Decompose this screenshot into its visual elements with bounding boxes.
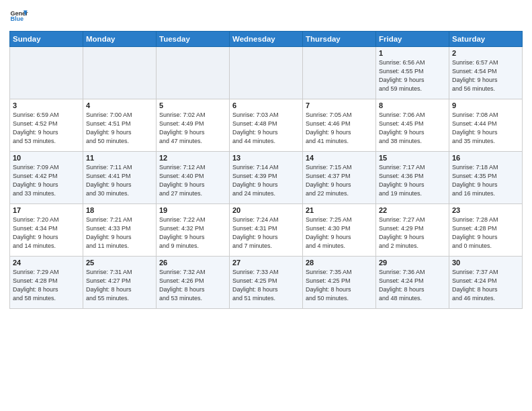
day-info: Sunrise: 6:59 AMSunset: 4:52 PMDaylight:… — [13, 111, 80, 146]
day-number: 2 — [452, 49, 519, 57]
day-info: Sunrise: 7:29 AMSunset: 4:28 PMDaylight:… — [13, 268, 80, 303]
day-info: Sunrise: 7:22 AMSunset: 4:32 PMDaylight:… — [159, 216, 226, 250]
day-info: Sunrise: 7:05 AMSunset: 4:46 PMDaylight:… — [306, 111, 373, 146]
day-number: 23 — [452, 206, 519, 214]
weekday-header-monday: Monday — [83, 32, 157, 47]
day-info: Sunrise: 7:27 AMSunset: 4:29 PMDaylight:… — [379, 216, 446, 250]
day-number: 19 — [159, 206, 226, 214]
day-number: 21 — [306, 206, 373, 214]
calendar-day-cell: 11Sunrise: 7:11 AMSunset: 4:41 PMDayligh… — [83, 152, 157, 204]
day-info: Sunrise: 7:03 AMSunset: 4:48 PMDaylight:… — [232, 111, 300, 146]
day-number: 3 — [13, 101, 80, 109]
day-info: Sunrise: 7:00 AMSunset: 4:51 PMDaylight:… — [86, 111, 153, 146]
calendar-day-cell: 24Sunrise: 7:29 AMSunset: 4:28 PMDayligh… — [10, 257, 83, 309]
day-info: Sunrise: 7:09 AMSunset: 4:42 PMDaylight:… — [13, 163, 80, 198]
day-number: 8 — [379, 101, 446, 109]
calendar-day-cell: 21Sunrise: 7:25 AMSunset: 4:30 PMDayligh… — [303, 204, 376, 257]
day-info: Sunrise: 7:15 AMSunset: 4:37 PMDaylight:… — [306, 163, 373, 198]
calendar-day-cell: 28Sunrise: 7:35 AMSunset: 4:25 PMDayligh… — [303, 257, 376, 309]
weekday-header-friday: Friday — [376, 32, 449, 47]
weekday-header-thursday: Thursday — [303, 32, 376, 47]
day-info: Sunrise: 7:33 AMSunset: 4:25 PMDaylight:… — [232, 268, 300, 303]
calendar-day-cell: 29Sunrise: 7:36 AMSunset: 4:24 PMDayligh… — [376, 257, 449, 309]
day-number: 28 — [306, 259, 373, 267]
day-number: 15 — [379, 154, 446, 162]
day-info: Sunrise: 7:32 AMSunset: 4:26 PMDaylight:… — [159, 268, 226, 303]
calendar-empty-cell — [303, 47, 376, 99]
calendar-day-cell: 7Sunrise: 7:05 AMSunset: 4:46 PMDaylight… — [303, 99, 376, 152]
weekday-header-sunday: Sunday — [10, 32, 83, 47]
calendar-container: General Blue SundayMondayTuesdayWednesda… — [0, 0, 532, 313]
day-number: 16 — [452, 154, 519, 162]
day-info: Sunrise: 7:20 AMSunset: 4:34 PMDaylight:… — [13, 216, 80, 250]
day-info: Sunrise: 7:06 AMSunset: 4:45 PMDaylight:… — [379, 111, 446, 146]
weekday-header-wednesday: Wednesday — [230, 32, 303, 47]
svg-text:Blue: Blue — [10, 15, 24, 22]
day-info: Sunrise: 7:35 AMSunset: 4:25 PMDaylight:… — [306, 268, 373, 303]
calendar-day-cell: 9Sunrise: 7:08 AMSunset: 4:44 PMDaylight… — [449, 99, 523, 152]
day-number: 25 — [86, 259, 153, 267]
day-info: Sunrise: 7:17 AMSunset: 4:36 PMDaylight:… — [379, 163, 446, 198]
calendar-day-cell: 2Sunrise: 6:57 AMSunset: 4:54 PMDaylight… — [449, 47, 523, 99]
day-number: 30 — [452, 259, 519, 267]
calendar-day-cell: 19Sunrise: 7:22 AMSunset: 4:32 PMDayligh… — [157, 204, 230, 257]
calendar-day-cell: 4Sunrise: 7:00 AMSunset: 4:51 PMDaylight… — [83, 99, 157, 152]
weekday-header-saturday: Saturday — [449, 32, 523, 47]
calendar-day-cell: 14Sunrise: 7:15 AMSunset: 4:37 PMDayligh… — [303, 152, 376, 204]
calendar-day-cell: 17Sunrise: 7:20 AMSunset: 4:34 PMDayligh… — [10, 204, 83, 257]
calendar-day-cell: 6Sunrise: 7:03 AMSunset: 4:48 PMDaylight… — [230, 99, 303, 152]
day-number: 6 — [232, 101, 300, 109]
calendar-week-row: 1Sunrise: 6:56 AMSunset: 4:55 PMDaylight… — [10, 47, 523, 99]
day-info: Sunrise: 7:31 AMSunset: 4:27 PMDaylight:… — [86, 268, 153, 303]
weekday-header-tuesday: Tuesday — [157, 32, 230, 47]
day-info: Sunrise: 6:57 AMSunset: 4:54 PMDaylight:… — [452, 58, 519, 93]
day-number: 5 — [159, 101, 226, 109]
day-info: Sunrise: 7:21 AMSunset: 4:33 PMDaylight:… — [86, 216, 153, 250]
calendar-table: SundayMondayTuesdayWednesdayThursdayFrid… — [9, 31, 523, 309]
day-number: 11 — [86, 154, 153, 162]
calendar-day-cell: 13Sunrise: 7:14 AMSunset: 4:39 PMDayligh… — [230, 152, 303, 204]
calendar-day-cell: 12Sunrise: 7:12 AMSunset: 4:40 PMDayligh… — [157, 152, 230, 204]
calendar-day-cell: 25Sunrise: 7:31 AMSunset: 4:27 PMDayligh… — [83, 257, 157, 309]
day-info: Sunrise: 7:08 AMSunset: 4:44 PMDaylight:… — [452, 111, 519, 146]
day-number: 27 — [232, 259, 300, 267]
day-info: Sunrise: 7:37 AMSunset: 4:24 PMDaylight:… — [452, 268, 519, 303]
weekday-header-row: SundayMondayTuesdayWednesdayThursdayFrid… — [10, 32, 523, 47]
day-info: Sunrise: 6:56 AMSunset: 4:55 PMDaylight:… — [379, 58, 446, 93]
calendar-day-cell: 23Sunrise: 7:28 AMSunset: 4:28 PMDayligh… — [449, 204, 523, 257]
calendar-empty-cell — [157, 47, 230, 99]
calendar-day-cell: 27Sunrise: 7:33 AMSunset: 4:25 PMDayligh… — [230, 257, 303, 309]
logo-icon: General Blue — [9, 7, 28, 26]
calendar-day-cell: 8Sunrise: 7:06 AMSunset: 4:45 PMDaylight… — [376, 99, 449, 152]
calendar-day-cell: 1Sunrise: 6:56 AMSunset: 4:55 PMDaylight… — [376, 47, 449, 99]
day-number: 24 — [13, 259, 80, 267]
day-number: 18 — [86, 206, 153, 214]
day-number: 9 — [452, 101, 519, 109]
day-info: Sunrise: 7:25 AMSunset: 4:30 PMDaylight:… — [306, 216, 373, 250]
day-info: Sunrise: 7:12 AMSunset: 4:40 PMDaylight:… — [159, 163, 226, 198]
day-info: Sunrise: 7:11 AMSunset: 4:41 PMDaylight:… — [86, 163, 153, 198]
day-number: 13 — [232, 154, 300, 162]
day-number: 10 — [13, 154, 80, 162]
calendar-header: General Blue — [9, 7, 523, 26]
day-info: Sunrise: 7:18 AMSunset: 4:35 PMDaylight:… — [452, 163, 519, 198]
calendar-empty-cell — [10, 47, 83, 99]
day-info: Sunrise: 7:02 AMSunset: 4:49 PMDaylight:… — [159, 111, 226, 146]
day-number: 20 — [232, 206, 300, 214]
calendar-week-row: 10Sunrise: 7:09 AMSunset: 4:42 PMDayligh… — [10, 152, 523, 204]
calendar-week-row: 24Sunrise: 7:29 AMSunset: 4:28 PMDayligh… — [10, 257, 523, 309]
calendar-day-cell: 22Sunrise: 7:27 AMSunset: 4:29 PMDayligh… — [376, 204, 449, 257]
calendar-week-row: 17Sunrise: 7:20 AMSunset: 4:34 PMDayligh… — [10, 204, 523, 257]
day-number: 4 — [86, 101, 153, 109]
day-info: Sunrise: 7:36 AMSunset: 4:24 PMDaylight:… — [379, 268, 446, 303]
calendar-empty-cell — [83, 47, 157, 99]
calendar-day-cell: 16Sunrise: 7:18 AMSunset: 4:35 PMDayligh… — [449, 152, 523, 204]
day-number: 29 — [379, 259, 446, 267]
day-number: 17 — [13, 206, 80, 214]
day-info: Sunrise: 7:14 AMSunset: 4:39 PMDaylight:… — [232, 163, 300, 198]
calendar-day-cell: 30Sunrise: 7:37 AMSunset: 4:24 PMDayligh… — [449, 257, 523, 309]
calendar-day-cell: 20Sunrise: 7:24 AMSunset: 4:31 PMDayligh… — [230, 204, 303, 257]
day-number: 14 — [306, 154, 373, 162]
day-number: 26 — [159, 259, 226, 267]
calendar-day-cell: 10Sunrise: 7:09 AMSunset: 4:42 PMDayligh… — [10, 152, 83, 204]
